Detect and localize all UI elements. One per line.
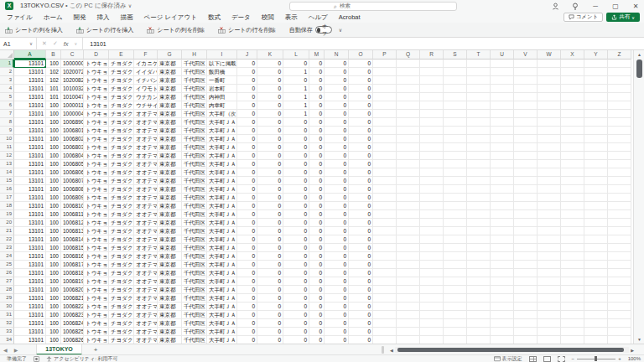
- cell-R22[interactable]: [420, 235, 444, 244]
- cell-T34[interactable]: [467, 336, 491, 344]
- cell-V30[interactable]: [514, 303, 538, 311]
- cell-H1[interactable]: 千代田区: [182, 59, 207, 68]
- cell-X34[interactable]: [561, 336, 584, 344]
- cell-E1[interactable]: チヨダク: [109, 59, 134, 68]
- cell-T25[interactable]: [467, 261, 491, 269]
- cell-A13[interactable]: 13101: [14, 160, 46, 168]
- column-header-L[interactable]: L: [283, 50, 309, 59]
- cell-F19[interactable]: オオテマチジェイ: [134, 210, 158, 219]
- cell-X8[interactable]: [561, 118, 584, 127]
- cell-R1[interactable]: [420, 59, 444, 68]
- cell-E18[interactable]: チヨダク: [109, 202, 134, 210]
- cell-V33[interactable]: [514, 328, 538, 336]
- cell-P26[interactable]: [373, 269, 397, 277]
- cell-I16[interactable]: 大手町ＪＡ: [207, 185, 237, 194]
- cell-M11[interactable]: 0: [309, 143, 325, 152]
- cell-U21[interactable]: [491, 227, 514, 235]
- cell-B32[interactable]: 100: [46, 319, 61, 328]
- cell-M16[interactable]: 0: [309, 185, 325, 194]
- cell-P28[interactable]: [373, 286, 397, 294]
- cell-R4[interactable]: [420, 85, 444, 93]
- cell-K28[interactable]: 0: [257, 286, 283, 294]
- cell-F4[interactable]: イワモトチョウ: [134, 85, 158, 93]
- cell-T12[interactable]: [467, 152, 491, 160]
- cell-H31[interactable]: 千代田区: [182, 311, 207, 319]
- cell-V27[interactable]: [514, 277, 538, 286]
- cell-O1[interactable]: 0: [349, 59, 373, 68]
- cell-J20[interactable]: 0: [237, 219, 257, 227]
- cell-E33[interactable]: チヨダク: [109, 328, 134, 336]
- cell-E14[interactable]: チヨダク: [109, 168, 134, 177]
- cell-A20[interactable]: 13101: [14, 219, 46, 227]
- cell-O19[interactable]: 0: [349, 210, 373, 219]
- cell-E16[interactable]: チヨダク: [109, 185, 134, 194]
- cell-M6[interactable]: 0: [309, 101, 325, 110]
- cell-E9[interactable]: チヨダク: [109, 127, 134, 135]
- cell-H27[interactable]: 千代田区: [182, 277, 207, 286]
- cell-I23[interactable]: 大手町ＪＡ: [207, 244, 237, 252]
- cell-B4[interactable]: 101: [46, 85, 61, 93]
- cell-M5[interactable]: 0: [309, 93, 325, 101]
- cell-U29[interactable]: [491, 294, 514, 303]
- cell-C2[interactable]: 1020072: [61, 68, 84, 76]
- cell-F23[interactable]: オオテマチジェイ: [134, 244, 158, 252]
- row-header-8[interactable]: 8: [0, 118, 14, 127]
- cell-N24[interactable]: 0: [325, 252, 349, 261]
- cell-F17[interactable]: オオテマチジェイ: [134, 194, 158, 202]
- cell-C9[interactable]: 1006801: [61, 127, 84, 135]
- cell-G28[interactable]: 東京都: [158, 286, 182, 294]
- cell-L34[interactable]: 0: [283, 336, 309, 344]
- cell-D6[interactable]: トウキョウト: [84, 101, 109, 110]
- cell-Y23[interactable]: [584, 244, 608, 252]
- cell-X29[interactable]: [561, 294, 584, 303]
- cell-D3[interactable]: トウキョウト: [84, 76, 109, 85]
- cell-W25[interactable]: [538, 261, 561, 269]
- cell-W32[interactable]: [538, 319, 561, 328]
- cell-F13[interactable]: オオテマチジェイ: [134, 160, 158, 168]
- cell-O11[interactable]: 0: [349, 143, 373, 152]
- cell-D13[interactable]: トウキョウト: [84, 160, 109, 168]
- sheet-tab-13tokyo[interactable]: 13TOKYO: [36, 344, 82, 355]
- cell-D22[interactable]: トウキョウト: [84, 235, 109, 244]
- scroll-right-icon[interactable]: ▶: [629, 348, 636, 353]
- cell-S16[interactable]: [444, 185, 467, 194]
- cell-X10[interactable]: [561, 135, 584, 143]
- cell-S13[interactable]: [444, 160, 467, 168]
- cell-I34[interactable]: 大手町ＪＡ: [207, 336, 237, 344]
- cell-G22[interactable]: 東京都: [158, 235, 182, 244]
- cell-Y1[interactable]: [584, 59, 608, 68]
- cell-L20[interactable]: 0: [283, 219, 309, 227]
- row-header-31[interactable]: 31: [0, 311, 14, 319]
- cell-F28[interactable]: オオテマチジェイ: [134, 286, 158, 294]
- cell-T7[interactable]: [467, 110, 491, 118]
- cell-V7[interactable]: [514, 110, 538, 118]
- cell-V24[interactable]: [514, 252, 538, 261]
- cell-J5[interactable]: 0: [237, 93, 257, 101]
- cell-M31[interactable]: 0: [309, 311, 325, 319]
- cell-X19[interactable]: [561, 210, 584, 219]
- cell-A19[interactable]: 13101: [14, 210, 46, 219]
- cell-L27[interactable]: 0: [283, 277, 309, 286]
- cell-A10[interactable]: 13101: [14, 135, 46, 143]
- select-all-button[interactable]: [0, 50, 14, 59]
- cell-M26[interactable]: 0: [309, 269, 325, 277]
- cell-N13[interactable]: 0: [325, 160, 349, 168]
- cell-T2[interactable]: [467, 68, 491, 76]
- cell-D27[interactable]: トウキョウト: [84, 277, 109, 286]
- cell-O28[interactable]: 0: [349, 286, 373, 294]
- cell-T27[interactable]: [467, 277, 491, 286]
- cell-N27[interactable]: 0: [325, 277, 349, 286]
- cell-W29[interactable]: [538, 294, 561, 303]
- cell-U11[interactable]: [491, 143, 514, 152]
- cell-W23[interactable]: [538, 244, 561, 252]
- cell-J2[interactable]: 0: [237, 68, 257, 76]
- cell-Y26[interactable]: [584, 269, 608, 277]
- cell-H25[interactable]: 千代田区: [182, 261, 207, 269]
- cell-M29[interactable]: 0: [309, 294, 325, 303]
- menu-tab-数式[interactable]: 数式: [208, 13, 221, 22]
- cell-V28[interactable]: [514, 286, 538, 294]
- cell-T33[interactable]: [467, 328, 491, 336]
- cell-F26[interactable]: オオテマチジェイ: [134, 269, 158, 277]
- cell-U22[interactable]: [491, 235, 514, 244]
- cell-K32[interactable]: 0: [257, 319, 283, 328]
